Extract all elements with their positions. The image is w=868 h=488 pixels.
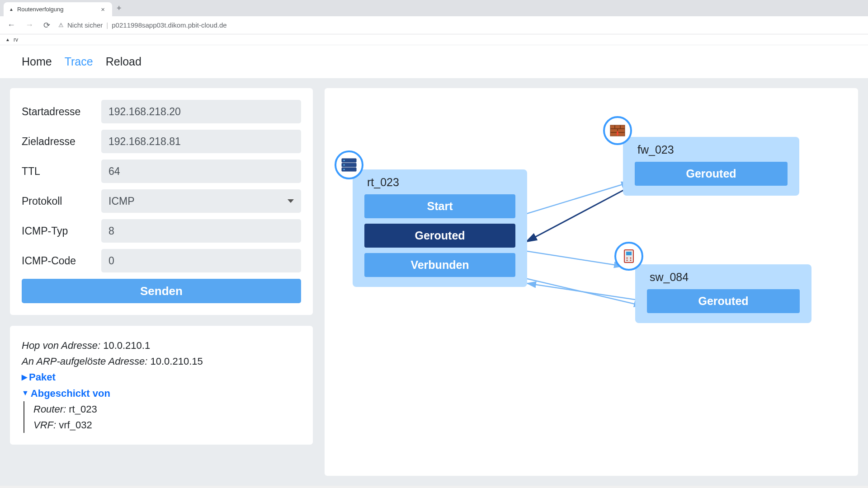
nav-reload[interactable]: Reload [106,55,142,68]
details-panel: Hop von Adresse: 10.0.210.1 An ARP-aufge… [10,326,313,445]
node-state-gerouted[interactable]: Gerouted [647,289,800,313]
node-firewall[interactable]: fw_023 Gerouted [623,137,799,196]
content-area: Startadresse Zieladresse TTL Protokoll I… [0,78,868,486]
vrf-label: VRF: [33,419,56,431]
svg-point-20 [630,258,632,259]
arp-label: An ARP-aufgelöste Adresse: [22,356,147,367]
protocol-label: Protokoll [22,195,101,207]
node-title: fw_023 [637,143,788,156]
router-icon [335,150,363,179]
forward-button[interactable]: → [24,19,35,31]
paket-disclosure[interactable]: ▶Paket [22,369,301,385]
svg-point-22 [630,260,632,261]
svg-line-4 [527,283,641,300]
svg-point-10 [344,169,345,170]
nav-trace[interactable]: Trace [65,55,93,68]
firewall-icon [603,116,632,145]
separator: | [106,21,108,29]
left-column: Startadresse Zieladresse TTL Protokoll I… [10,88,313,476]
arp-value: 10.0.210.15 [151,356,203,367]
form-panel: Startadresse Zieladresse TTL Protokoll I… [10,88,313,315]
triangle-down-icon: ▼ [22,387,29,399]
url-field[interactable]: ⚠ Nicht sicher | p0211998sapp03t.dikom.p… [58,21,863,29]
node-title: sw_084 [650,271,800,284]
target-address-label: Zieladresse [22,136,101,148]
svg-point-8 [344,160,345,161]
app-nav: Home Trace Reload [0,45,868,78]
router-value: rt_023 [69,404,97,415]
address-bar: ← → ⟳ ⚠ Nicht sicher | p0211998sapp03t.d… [0,16,868,34]
svg-line-2 [524,251,623,266]
browser-tab[interactable]: ▲ Routenverfolgung × [4,2,112,16]
bookmark-icon: ▲ [5,37,10,42]
svg-point-19 [627,258,628,259]
tab-bar: ▲ Routenverfolgung × + [0,0,868,16]
reload-button[interactable]: ⟳ [42,19,52,31]
security-label: Nicht sicher [67,21,103,29]
node-switch[interactable]: sw_084 Gerouted [635,264,811,323]
node-state-gerouted[interactable]: Gerouted [635,162,788,186]
triangle-right-icon: ▶ [22,371,27,383]
node-state-gerouted[interactable]: Gerouted [364,224,515,248]
icmp-type-label: ICMP-Typ [22,225,101,237]
close-tab-icon[interactable]: × [99,5,107,13]
url-text: p0211998sapp03t.dikom.pbit-cloud.de [112,21,226,29]
browser-chrome: ▲ Routenverfolgung × + ← → ⟳ ⚠ Nicht sic… [0,0,868,45]
start-address-label: Startadresse [22,106,101,118]
diagram-panel: rt_023 Start Gerouted Verbunden fw_023 G… [325,88,858,476]
target-address-input[interactable] [101,130,301,153]
node-state-start[interactable]: Start [364,194,515,218]
svg-point-9 [344,164,345,166]
back-button[interactable]: ← [5,19,17,31]
svg-point-21 [627,260,628,261]
sentby-disclosure[interactable]: ▼Abgeschickt von [22,385,301,401]
new-tab-button[interactable]: + [112,0,126,16]
svg-line-1 [526,187,630,242]
icmp-type-input[interactable] [101,219,301,243]
not-secure-icon: ⚠ [58,22,64,28]
router-label: Router: [33,404,66,415]
ttl-input[interactable] [101,160,301,183]
hop-label: Hop von Adresse: [22,340,100,351]
svg-rect-18 [626,252,632,255]
ttl-label: TTL [22,165,101,178]
tab-title: Routenverfolgung [17,6,64,13]
vrf-value: vrf_032 [59,419,92,431]
node-title: rt_023 [367,176,515,189]
svg-line-3 [524,278,643,306]
nav-home[interactable]: Home [22,55,52,68]
icmp-code-input[interactable] [101,249,301,272]
sentby-block: Router: rt_023 VRF: vrf_032 [24,401,301,433]
node-state-verbunden[interactable]: Verbunden [364,253,515,277]
start-address-input[interactable] [101,100,301,123]
bookmark-label[interactable]: rv [14,37,18,43]
favicon-icon: ▲ [9,7,14,12]
bookmark-bar: ▲ rv [0,34,868,45]
protocol-select[interactable]: ICMP [101,189,301,213]
switch-icon [614,242,643,271]
node-router[interactable]: rt_023 Start Gerouted Verbunden [353,169,527,287]
hop-value: 10.0.210.1 [103,340,150,351]
submit-button[interactable]: Senden [22,279,301,303]
icmp-code-label: ICMP-Code [22,255,101,267]
svg-line-0 [524,182,630,215]
